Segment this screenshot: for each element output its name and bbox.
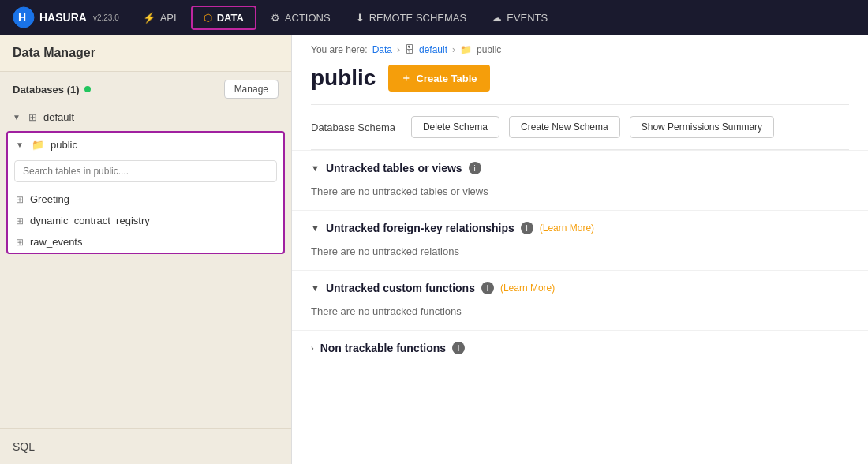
public-schema-label: public <box>51 139 77 151</box>
nav-remote-schemas[interactable]: ⬇ REMOTE SCHEMAS <box>345 7 478 28</box>
data-icon: ⬡ <box>204 12 212 24</box>
info-icon[interactable]: i <box>481 282 494 294</box>
database-icon: ⊞ <box>28 111 37 123</box>
table-item-raw-events[interactable]: ⊞ raw_events <box>8 231 283 253</box>
breadcrumb-sep2: › <box>452 44 455 55</box>
plus-icon: ＋ <box>401 71 411 85</box>
logo[interactable]: H HASURA v2.23.0 <box>13 6 119 28</box>
main-content: You are here: Data › 🗄 default › 📁 publi… <box>292 35 868 464</box>
untracked-functions-header[interactable]: ▼ Untracked custom functions i (Learn Mo… <box>311 282 849 294</box>
untracked-functions-section: ▼ Untracked custom functions i (Learn Mo… <box>292 270 868 330</box>
databases-label: Databases (1) <box>13 84 91 95</box>
untracked-functions-title: Untracked custom functions <box>326 282 475 294</box>
nav-remote-schemas-label: REMOTE SCHEMAS <box>369 12 467 24</box>
table-dynamic-label: dynamic_contract_registry <box>30 215 150 226</box>
breadcrumb-public: public <box>477 44 501 55</box>
breadcrumb-default-link[interactable]: default <box>419 44 447 55</box>
untracked-functions-empty: There are no untracked functions <box>311 302 849 325</box>
table-icon: ⊞ <box>16 237 24 248</box>
info-icon[interactable]: i <box>469 162 481 174</box>
untracked-tables-section: ▼ Untracked tables or views i There are … <box>292 150 868 210</box>
untracked-fk-header[interactable]: ▼ Untracked foreign-key relationships i … <box>311 222 849 234</box>
breadcrumb-sep1: › <box>397 44 400 55</box>
untracked-fk-section: ▼ Untracked foreign-key relationships i … <box>292 210 868 270</box>
show-permissions-button[interactable]: Show Permissions Summary <box>630 116 774 138</box>
breadcrumb-data-link[interactable]: Data <box>372 44 392 55</box>
top-navigation: H HASURA v2.23.0 ⚡ API ⬡ DATA ⚙ ACTIONS … <box>0 0 868 35</box>
chevron-down-icon: ▼ <box>311 223 320 233</box>
logo-text: HASURA <box>39 11 87 24</box>
untracked-tables-title: Untracked tables or views <box>326 162 462 174</box>
untracked-fk-empty: There are no untracked relations <box>311 242 849 265</box>
bc-folder-icon: 📁 <box>460 44 472 55</box>
info-icon[interactable]: i <box>521 222 533 234</box>
untracked-fk-title: Untracked foreign-key relationships <box>326 222 514 234</box>
untracked-tables-header[interactable]: ▼ Untracked tables or views i <box>311 162 849 174</box>
sql-label: SQL <box>13 440 35 453</box>
chevron-down-icon: ▼ <box>311 283 320 293</box>
create-new-schema-button[interactable]: Create New Schema <box>509 116 620 138</box>
table-icon: ⊞ <box>16 215 24 226</box>
manage-button[interactable]: Manage <box>224 80 279 99</box>
info-icon[interactable]: i <box>452 342 465 354</box>
nav-api-label: API <box>160 12 177 24</box>
actions-icon: ⚙ <box>271 12 280 24</box>
events-icon: ☁ <box>492 12 502 24</box>
functions-learn-more-link[interactable]: (Learn More) <box>500 283 555 294</box>
page-title: public <box>311 65 376 91</box>
db-icon-bc: 🗄 <box>405 44 414 55</box>
folder-icon: 📁 <box>32 139 44 151</box>
data-manager-title: Data Manager <box>13 46 95 59</box>
non-trackable-header[interactable]: › Non trackable functions i <box>311 342 849 354</box>
svg-text:H: H <box>18 11 26 24</box>
title-row: public ＋ Create Table <box>292 62 868 104</box>
sidebar-sql-item[interactable]: SQL <box>0 428 291 464</box>
sidebar: Data Manager Databases (1) Manage ▼ ⊞ de… <box>0 35 292 464</box>
database-schema-label: Database Schema <box>311 122 395 133</box>
chevron-down-icon: ▼ <box>13 113 22 122</box>
table-item-greeting[interactable]: ⊞ Greeting <box>8 189 283 210</box>
table-icon: ⊞ <box>16 194 24 205</box>
hasura-logo-icon: H <box>13 6 35 28</box>
public-schema-group: ▼ 📁 public ⊞ Greeting ⊞ dynamic_contract… <box>6 131 285 254</box>
sidebar-header: Data Manager <box>0 35 291 72</box>
public-schema-header[interactable]: ▼ 📁 public <box>8 133 283 157</box>
breadcrumb: You are here: Data › 🗄 default › 📁 publi… <box>292 35 868 62</box>
non-trackable-section: › Non trackable functions i <box>292 330 868 367</box>
table-raw-events-label: raw_events <box>30 236 82 248</box>
create-table-button[interactable]: ＋ Create Table <box>388 65 489 92</box>
version-text: v2.23.0 <box>93 13 119 22</box>
nav-data-label: DATA <box>217 12 244 24</box>
untracked-tables-empty: There are no untracked tables or views <box>311 182 849 205</box>
chevron-right-icon: › <box>311 343 314 353</box>
nav-actions[interactable]: ⚙ ACTIONS <box>260 7 342 28</box>
fk-learn-more-link[interactable]: (Learn More) <box>540 223 594 234</box>
search-tables-input[interactable] <box>14 160 277 182</box>
non-trackable-title: Non trackable functions <box>320 342 446 354</box>
nav-events[interactable]: ☁ EVENTS <box>481 7 559 28</box>
default-db-label: default <box>43 111 74 123</box>
chevron-down-icon: ▼ <box>311 163 320 173</box>
nav-api[interactable]: ⚡ API <box>132 7 188 28</box>
chevron-down-icon: ▼ <box>16 140 25 149</box>
breadcrumb-prefix: You are here: <box>311 44 368 55</box>
table-item-dynamic-contract[interactable]: ⊞ dynamic_contract_registry <box>8 210 283 231</box>
remote-schemas-icon: ⬇ <box>356 12 365 24</box>
schema-actions-row: Database Schema Delete Schema Create New… <box>292 105 868 149</box>
sidebar-item-default[interactable]: ▼ ⊞ default <box>0 107 291 128</box>
databases-row: Databases (1) Manage <box>0 72 291 107</box>
nav-data[interactable]: ⬡ DATA <box>191 6 256 30</box>
nav-events-label: EVENTS <box>507 12 548 24</box>
api-icon: ⚡ <box>143 12 155 24</box>
connected-indicator <box>84 86 91 92</box>
sidebar-tree: ▼ ⊞ default ▼ 📁 public ⊞ Greeting ⊞ <box>0 107 291 428</box>
delete-schema-button[interactable]: Delete Schema <box>411 116 499 138</box>
main-layout: Data Manager Databases (1) Manage ▼ ⊞ de… <box>0 35 868 464</box>
table-greeting-label: Greeting <box>30 193 69 205</box>
nav-actions-label: ACTIONS <box>285 12 331 24</box>
